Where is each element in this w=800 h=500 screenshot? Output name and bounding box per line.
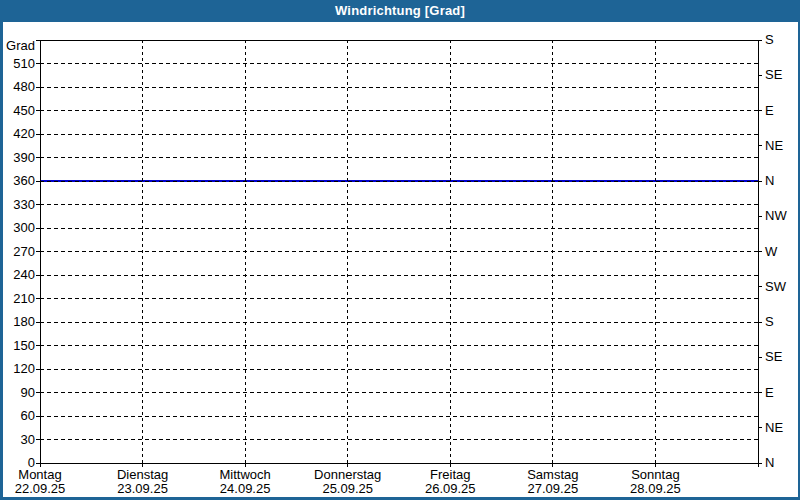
chart-canvas: Grad030609012015018021024027030033036039… <box>3 22 798 497</box>
y-tick-label-right: NE <box>765 138 783 153</box>
chart-window: Windrichtung [Grad] Grad0306090120150180… <box>0 0 800 500</box>
y-tick-label-left: 480 <box>13 79 35 94</box>
x-tick-day-name: Montag <box>18 467 61 482</box>
y-tick-label-right: S <box>765 32 774 47</box>
y-tick-label-right: S <box>765 314 774 329</box>
y-tick-label-left: 30 <box>21 432 35 447</box>
y-tick-label-left: 240 <box>13 267 35 282</box>
window-title: Windrichtung [Grad] <box>335 3 465 18</box>
y-axis-right-labels: SSEENENNWWSWSSEENEN <box>765 32 787 470</box>
y-tick-label-left: 390 <box>13 150 35 165</box>
y-tick-label-left: 150 <box>13 338 35 353</box>
x-tick-day-date: 25.09.25 <box>322 481 373 496</box>
y-tick-label-left: 510 <box>13 56 35 71</box>
y-tick-label-left: 90 <box>21 385 35 400</box>
y-tick-label-left: 300 <box>13 220 35 235</box>
y-tick-label-left: 120 <box>13 361 35 376</box>
x-tick-day-name: Samstag <box>527 467 578 482</box>
y-tick-label-left: 270 <box>13 244 35 259</box>
x-tick-day-date: 28.09.25 <box>630 481 681 496</box>
y-tick-label-left: 360 <box>13 173 35 188</box>
x-tick-day-name: Dienstag <box>117 467 168 482</box>
y-tick-label-right: N <box>765 455 774 470</box>
y-tick-label-right: SE <box>765 349 783 364</box>
y-tick-label-right: W <box>765 244 778 259</box>
x-tick-day-name: Mittwoch <box>219 467 270 482</box>
y-tick-label-left: 60 <box>21 408 35 423</box>
y-tick-label-right: E <box>765 103 774 118</box>
window-titlebar: Windrichtung [Grad] <box>0 0 800 22</box>
y-tick-label-left: 420 <box>13 126 35 141</box>
y-tick-label-left: 180 <box>13 314 35 329</box>
x-tick-day-date: 23.09.25 <box>117 481 168 496</box>
chart-area: Grad030609012015018021024027030033036039… <box>3 22 798 497</box>
y-axis-left-labels: Grad030609012015018021024027030033036039… <box>6 38 35 470</box>
x-tick-day-date: 22.09.25 <box>15 481 66 496</box>
gridlines <box>40 40 758 463</box>
y-tick-label-left: 450 <box>13 103 35 118</box>
x-tick-day-name: Donnerstag <box>314 467 381 482</box>
x-tick-day-name: Freitag <box>430 467 470 482</box>
axes-and-ticks <box>36 40 762 467</box>
y-tick-label-left: 330 <box>13 197 35 212</box>
y-tick-label-right: NW <box>765 208 787 223</box>
x-axis-labels: Montag22.09.25Dienstag23.09.25Mittwoch24… <box>15 467 681 496</box>
x-tick-day-name: Sonntag <box>631 467 679 482</box>
y-tick-label-right: NE <box>765 420 783 435</box>
y-tick-label-right: SW <box>765 279 787 294</box>
y-tick-label-right: SE <box>765 67 783 82</box>
y-tick-label-left: 210 <box>13 291 35 306</box>
y-tick-label-right: N <box>765 173 774 188</box>
x-tick-day-date: 24.09.25 <box>220 481 271 496</box>
y-tick-label-right: E <box>765 385 774 400</box>
y-axis-left-title: Grad <box>6 38 35 53</box>
x-tick-day-date: 26.09.25 <box>425 481 476 496</box>
x-tick-day-date: 27.09.25 <box>528 481 579 496</box>
